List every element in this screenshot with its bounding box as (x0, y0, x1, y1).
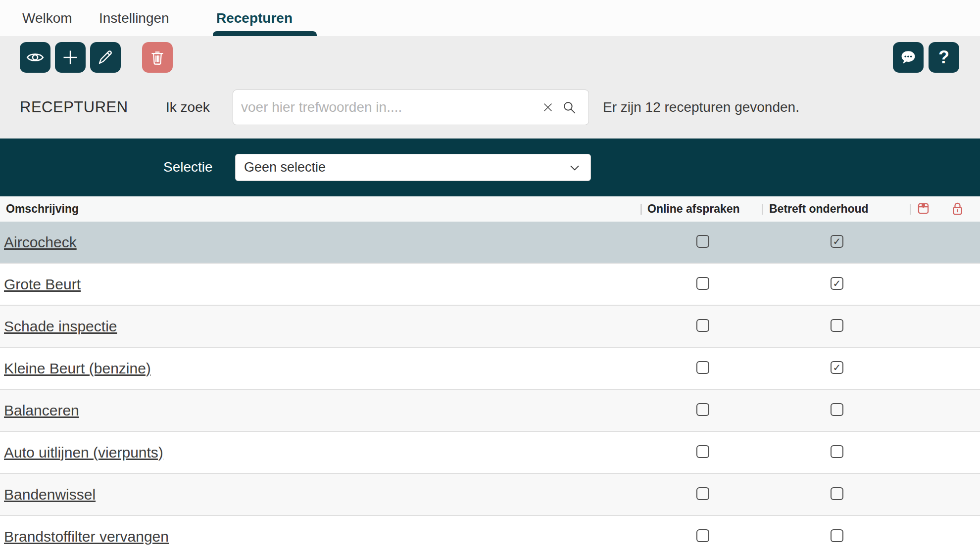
online-afspraken-checkbox[interactable] (696, 277, 709, 290)
chevron-down-icon (567, 160, 582, 175)
recipe-link[interactable]: Balanceren (4, 390, 79, 431)
help-button[interactable]: ? (929, 42, 959, 73)
page-title: RECEPTUREN (20, 98, 128, 116)
selection-label: Selectie (163, 159, 213, 175)
chat-button[interactable] (893, 42, 924, 73)
table-row: Balanceren (0, 390, 980, 432)
column-divider (910, 204, 911, 215)
table-row: Kleine Beurt (benzine) (0, 348, 980, 390)
online-afspraken-checkbox[interactable] (696, 235, 709, 248)
column-header-betreft-onderhoud[interactable]: Betreft onderhoud (769, 196, 869, 222)
search-box (233, 90, 589, 125)
trash-icon (149, 49, 166, 66)
eye-icon (26, 48, 45, 67)
edit-button[interactable] (90, 42, 121, 73)
online-afspraken-checkbox[interactable] (696, 361, 709, 374)
add-button[interactable] (55, 42, 86, 73)
package-icon[interactable] (917, 202, 930, 215)
table-row: Schade inspectie (0, 306, 980, 348)
recipe-link[interactable]: Kleine Beurt (benzine) (4, 348, 151, 389)
tab-bar: Welkom Instellingen Recepturen (0, 0, 980, 36)
betreft-onderhoud-checkbox[interactable] (831, 235, 843, 248)
online-afspraken-checkbox[interactable] (696, 445, 709, 458)
table-row: Aircocheck (0, 222, 980, 264)
table-header: Omschrijving Online afspraken Betreft on… (0, 196, 980, 222)
betreft-onderhoud-checkbox[interactable] (831, 403, 843, 416)
recipe-link[interactable]: Aircocheck (4, 222, 77, 263)
betreft-onderhoud-checkbox[interactable] (831, 361, 843, 374)
view-button[interactable] (20, 42, 50, 73)
table-row: Grote Beurt (0, 264, 980, 306)
online-afspraken-checkbox[interactable] (696, 487, 709, 500)
tab-welkom[interactable]: Welkom (22, 0, 72, 36)
betreft-onderhoud-checkbox[interactable] (831, 445, 843, 458)
pencil-icon (97, 48, 114, 66)
betreft-onderhoud-checkbox[interactable] (831, 319, 843, 332)
online-afspraken-checkbox[interactable] (696, 403, 709, 416)
column-header-omschrijving[interactable]: Omschrijving (6, 196, 79, 222)
lock-icon[interactable] (951, 202, 964, 216)
delete-button[interactable] (142, 42, 173, 73)
column-divider (762, 204, 763, 215)
betreft-onderhoud-checkbox[interactable] (831, 487, 843, 500)
table-row: Brandstoffilter vervangen (0, 516, 980, 554)
results-count-text: Er zijn 12 recepturen gevonden. (603, 99, 799, 115)
clear-search-icon[interactable] (541, 100, 555, 114)
recipe-link[interactable]: Bandenwissel (4, 474, 96, 515)
recipe-link[interactable]: Grote Beurt (4, 264, 81, 305)
recipe-link[interactable]: Schade inspectie (4, 306, 117, 347)
recipe-link[interactable]: Brandstoffilter vervangen (4, 516, 169, 554)
online-afspraken-checkbox[interactable] (696, 319, 709, 332)
search-label: Ik zoek (166, 99, 210, 115)
column-header-online-afspraken[interactable]: Online afspraken (647, 196, 740, 222)
chat-bubble-icon (899, 48, 918, 67)
recepturen-page: Welkom Instellingen Recepturen (0, 0, 980, 554)
recipe-link[interactable]: Auto uitlijnen (vierpunts) (4, 432, 163, 473)
selection-dropdown-value: Geen selectie (244, 160, 567, 175)
plus-icon (61, 48, 79, 66)
table-row: Auto uitlijnen (vierpunts) (0, 432, 980, 474)
search-input[interactable] (233, 90, 588, 125)
betreft-onderhoud-checkbox[interactable] (831, 529, 843, 542)
search-icon[interactable] (561, 99, 578, 116)
betreft-onderhoud-checkbox[interactable] (831, 277, 843, 290)
question-mark-icon: ? (938, 48, 949, 66)
column-divider (640, 204, 642, 215)
table-row: Bandenwissel (0, 474, 980, 516)
online-afspraken-checkbox[interactable] (696, 529, 709, 542)
tab-instellingen[interactable]: Instellingen (99, 0, 169, 36)
table-body: Aircocheck Grote Beurt Schade inspectie … (0, 222, 980, 554)
selection-dropdown[interactable]: Geen selectie (235, 154, 591, 181)
